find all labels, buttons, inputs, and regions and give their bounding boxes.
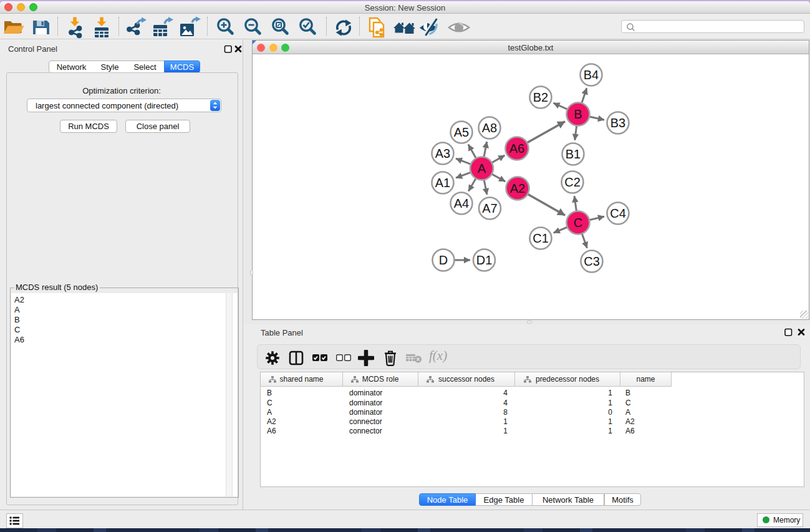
svg-text:C3: C3 <box>584 254 600 268</box>
svg-text:A8: A8 <box>482 121 497 135</box>
svg-text:C4: C4 <box>610 206 626 220</box>
svg-text:A1: A1 <box>435 176 450 190</box>
svg-text:C: C <box>574 216 582 230</box>
svg-text:B4: B4 <box>584 68 599 82</box>
svg-text:B2: B2 <box>533 90 548 104</box>
svg-text:A3: A3 <box>435 147 450 160</box>
svg-text:A5: A5 <box>454 125 469 139</box>
svg-text:C2: C2 <box>564 175 581 189</box>
svg-text:B1: B1 <box>566 147 581 161</box>
svg-text:A: A <box>478 162 486 175</box>
svg-text:B: B <box>574 107 582 121</box>
svg-text:A6: A6 <box>509 142 524 155</box>
svg-text:D: D <box>439 253 448 267</box>
svg-text:C1: C1 <box>533 231 549 245</box>
svg-text:B3: B3 <box>610 116 625 130</box>
svg-text:D1: D1 <box>476 253 493 267</box>
svg-text:A4: A4 <box>454 196 469 210</box>
svg-text:A7: A7 <box>482 201 497 215</box>
svg-text:A2: A2 <box>510 181 525 195</box>
